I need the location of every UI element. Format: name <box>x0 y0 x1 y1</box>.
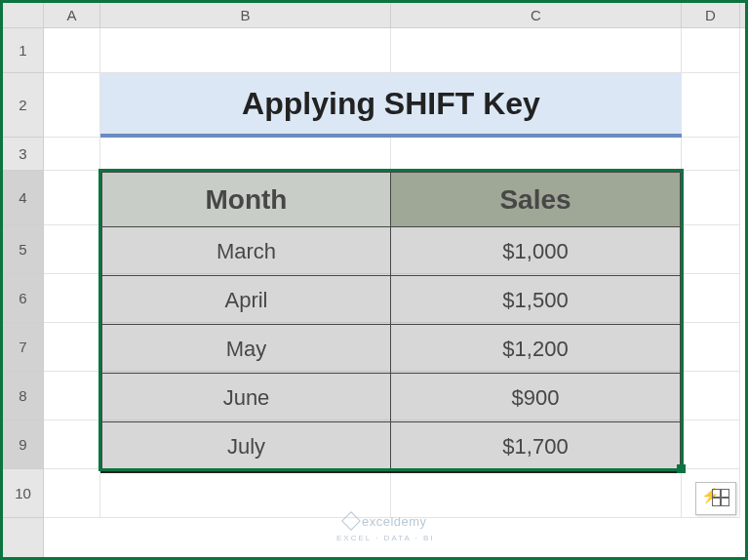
title-cell[interactable]: Applying SHIFT Key <box>100 73 682 138</box>
header-sales[interactable]: Sales <box>391 173 680 227</box>
cell-sales[interactable]: $1,200 <box>391 325 680 374</box>
row-header-7[interactable]: 7 <box>3 323 43 372</box>
watermark: exceldemy EXCEL · DATA · BI <box>336 514 435 544</box>
quick-analysis-button[interactable]: ⚡ <box>695 482 736 515</box>
row-header-10[interactable]: 10 <box>3 469 43 518</box>
cell-sales[interactable]: $900 <box>391 374 680 422</box>
row-header-4[interactable]: 4 <box>3 171 43 225</box>
col-header-a[interactable]: A <box>44 3 100 27</box>
quick-analysis-icon: ⚡ <box>702 489 729 508</box>
col-header-b[interactable]: B <box>100 3 391 27</box>
col-header-d[interactable]: D <box>682 3 740 27</box>
row-header-9[interactable]: 9 <box>3 420 43 469</box>
page-title: Applying SHIFT Key <box>242 86 540 122</box>
table-row: March $1,000 <box>102 227 680 276</box>
table-row: April $1,500 <box>102 276 680 325</box>
watermark-brand: exceldemy <box>362 514 427 529</box>
row-header-5[interactable]: 5 <box>3 225 43 274</box>
data-table: Month Sales March $1,000 April $1,500 Ma… <box>100 171 682 473</box>
cell-month[interactable]: March <box>102 227 391 276</box>
cell-sales[interactable]: $1,700 <box>391 422 680 471</box>
cell-month[interactable]: June <box>102 374 391 422</box>
cell-month[interactable]: July <box>102 422 391 471</box>
column-headers: A B C D <box>3 3 745 28</box>
cell-grid[interactable]: Applying SHIFT Key Month Sales March $1,… <box>44 28 745 557</box>
col-header-c[interactable]: C <box>391 3 682 27</box>
select-all-corner[interactable] <box>3 3 44 27</box>
row-header-8[interactable]: 8 <box>3 372 43 420</box>
table-row: July $1,700 <box>102 422 680 471</box>
grid-icon <box>712 489 729 506</box>
row-header-2[interactable]: 2 <box>3 73 43 138</box>
row-header-1[interactable]: 1 <box>3 28 43 73</box>
cell-month[interactable]: April <box>102 276 391 325</box>
cell-month[interactable]: May <box>102 325 391 374</box>
cell-sales[interactable]: $1,000 <box>391 227 680 276</box>
row-header-6[interactable]: 6 <box>3 274 43 323</box>
table-row: June $900 <box>102 374 680 422</box>
table-header-row: Month Sales <box>102 173 680 227</box>
row-headers: 1 2 3 4 5 6 7 8 9 10 <box>3 28 44 557</box>
row-header-3[interactable]: 3 <box>3 138 43 171</box>
watermark-tagline: EXCEL · DATA · BI <box>336 534 435 542</box>
watermark-logo-icon <box>341 511 361 531</box>
worksheet: A B C D 1 2 3 4 5 6 7 8 9 10 <box>0 0 748 560</box>
header-month[interactable]: Month <box>102 173 391 227</box>
table-row: May $1,200 <box>102 325 680 374</box>
cell-sales[interactable]: $1,500 <box>391 276 680 325</box>
